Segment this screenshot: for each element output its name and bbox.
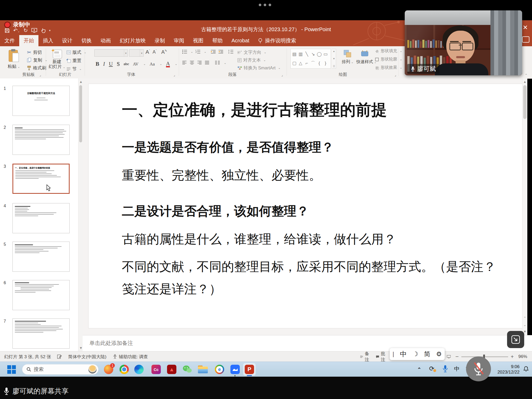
notes-toggle-button[interactable]: 备注 <box>360 351 371 363</box>
slide-thumbnail-3-selected[interactable]: 一、定位准确，是进行古籍整理的前提 <box>12 164 70 194</box>
meeting-corner-button[interactable] <box>507 331 524 348</box>
slide-canvas[interactable]: 一、定位准确，是进行古籍整理的前提 一是选题是否有价值，是否值得整理？ 重要性、… <box>88 84 523 328</box>
brace-left-shape-icon[interactable]: { <box>316 61 322 66</box>
spellcheck-icon[interactable] <box>57 354 62 359</box>
align-center-icon[interactable] <box>190 61 194 65</box>
slide-thumbnail-4[interactable] <box>12 203 70 233</box>
triangle-shape-icon[interactable]: △ <box>297 61 304 66</box>
taskbar-app-firefox[interactable]: 1 <box>103 364 114 375</box>
bullets-icon[interactable] <box>182 49 187 54</box>
tray-mic-icon[interactable] <box>443 365 448 372</box>
meeting-toolbar-dots[interactable] <box>259 4 271 6</box>
line-shape-icon[interactable]: ╲ <box>304 51 310 57</box>
slide-thumbnail-1[interactable]: 古籍整理的若干规范和方法 <box>12 86 70 116</box>
thumbnail-scrollbar[interactable]: ▲ ▼ <box>78 78 83 351</box>
columns-icon[interactable] <box>215 61 220 65</box>
brace-right-shape-icon[interactable]: } <box>322 61 329 66</box>
scrollbar-thumb[interactable] <box>79 85 82 142</box>
justify-icon[interactable] <box>205 61 209 65</box>
increase-indent-icon[interactable] <box>218 49 223 54</box>
slide-line-6[interactable]: 笺注还是详注？） <box>122 281 222 297</box>
taskbar-app-powerpoint-active[interactable]: P <box>243 363 256 376</box>
tab-slideshow[interactable]: 幻灯片放映 <box>115 35 150 46</box>
tab-file[interactable]: 文件 <box>0 35 19 46</box>
start-button[interactable] <box>6 364 17 375</box>
scroll-up-icon[interactable]: ▲ <box>333 50 335 52</box>
tab-design[interactable]: 设计 <box>58 35 77 46</box>
tab-review[interactable]: 审阅 <box>169 35 189 46</box>
format-painter-button[interactable]: 格式刷 <box>27 65 46 71</box>
tray-sync-icon[interactable]: ⟳ <box>429 365 434 372</box>
oval-shape-icon[interactable]: ◯ <box>316 51 322 57</box>
clipboard-dialog-launcher-icon[interactable]: ⌟ <box>39 73 41 77</box>
notes-pane[interactable]: 单击此处添加备注 <box>83 335 532 351</box>
align-text-button[interactable]: 对齐文本⌄ <box>237 57 266 63</box>
shape-fill-button[interactable]: 形状填充⌄ <box>375 48 402 54</box>
smartart-button[interactable]: 转换为 SmartArt⌄ <box>237 65 281 71</box>
tab-help[interactable]: 帮助 <box>208 35 227 46</box>
elbow-shape-icon[interactable]: ⌐ <box>304 61 310 66</box>
tab-acrobat[interactable]: Acrobat <box>227 35 254 46</box>
font-size-combobox[interactable]: ▾ <box>129 49 144 57</box>
ime-halfwidth-moon-icon[interactable]: ☽ <box>413 350 418 358</box>
tab-transitions[interactable]: 切换 <box>77 35 96 46</box>
slide-title[interactable]: 一、定位准确，是进行古籍整理的前提 <box>122 99 387 121</box>
reading-view-icon[interactable] <box>447 355 451 359</box>
shape-outline-button[interactable]: 形状轮廓⌄ <box>375 57 402 62</box>
increase-font-icon[interactable]: Aˆ <box>145 49 150 55</box>
arrange-button[interactable]: 排列⌄ <box>340 49 355 65</box>
ime-settings-gear-icon[interactable]: ⚙ <box>436 350 442 358</box>
slide-thumbnail-5[interactable] <box>12 242 70 272</box>
comments-toggle-button[interactable]: 批注 <box>376 351 387 363</box>
slide-line-2[interactable]: 重要性、完整性、独立性、必要性。 <box>122 167 321 184</box>
tab-animations[interactable]: 动画 <box>96 35 115 46</box>
clear-formatting-icon[interactable]: A✎ <box>161 49 167 55</box>
tell-me-search[interactable]: 操作说明搜索 <box>254 35 301 46</box>
layout-button[interactable]: 版式⌄ <box>66 49 86 55</box>
tab-home[interactable]: 开始 <box>19 35 38 46</box>
taskbar-app-acrobat[interactable]: ⩓ <box>167 364 177 375</box>
slide-line-1[interactable]: 一是选题是否有价值，是否值得整理？ <box>122 139 334 156</box>
tray-clock[interactable]: 9:06 2023/12/22 <box>495 364 520 375</box>
arrow-shape-icon[interactable]: ↘ <box>310 51 316 57</box>
shape-gallery-scroll[interactable]: ▲▼☰ <box>332 49 336 69</box>
ime-simplified[interactable]: 简 <box>424 350 430 358</box>
numbering-icon[interactable] <box>195 49 201 54</box>
tab-record[interactable]: 录制 <box>150 35 169 46</box>
text-direction-button[interactable]: 文字方向⌄ <box>237 49 266 55</box>
taskbar-app-edge[interactable] <box>134 364 144 375</box>
zoom-slider[interactable] <box>461 356 508 357</box>
new-slide-button[interactable]: 新建 幻灯片⌄ <box>48 48 65 70</box>
cut-button[interactable]: ✂ 剪切 <box>27 49 42 55</box>
taskbar-app-file-explorer[interactable] <box>198 364 208 375</box>
taskbar-app-tencent-meeting[interactable] <box>230 364 240 375</box>
font-name-combobox[interactable]: ▾ <box>94 49 128 57</box>
quick-styles-button[interactable]: 快速样式⌄ <box>356 49 373 65</box>
taskbar-search-box[interactable]: 搜索 <box>22 364 98 375</box>
char-spacing-button[interactable]: AV <box>133 62 138 66</box>
reset-button[interactable]: 重置 <box>66 58 81 64</box>
shape-effects-button[interactable]: 形状效果⌄ <box>375 65 402 70</box>
textbox-shape-icon[interactable]: ▤ <box>291 51 297 57</box>
line-spacing-icon[interactable] <box>228 49 234 54</box>
collapse-ribbon-icon[interactable]: ⌃ <box>525 73 528 77</box>
close-window-button[interactable]: ✕ <box>523 24 528 31</box>
tray-show-hidden-icon[interactable]: ⌃ <box>417 367 421 373</box>
rect-shape-icon[interactable]: ▭ <box>322 51 329 57</box>
zoom-out-icon[interactable]: − <box>455 353 459 360</box>
zoom-percent[interactable]: 96% <box>518 354 527 359</box>
previous-slide-icon[interactable]: ⌃ <box>522 316 527 320</box>
slide-thumbnail-7[interactable] <box>12 318 70 349</box>
ime-mode-chinese[interactable]: 中 <box>400 350 407 359</box>
gallery-more-icon[interactable]: ☰ <box>333 65 335 68</box>
scroll-up-icon[interactable]: ▲ <box>522 80 527 84</box>
bold-button[interactable]: B <box>96 61 99 67</box>
taskbar-app-chrome[interactable] <box>119 364 129 375</box>
slide-thumbnail-2[interactable] <box>12 125 70 155</box>
text-shadow-button[interactable]: S <box>117 61 120 67</box>
scrollbar-thumb[interactable] <box>523 85 527 119</box>
mic-muted-indicator[interactable] <box>466 356 491 381</box>
align-right-icon[interactable] <box>197 61 202 65</box>
webcam-video[interactable]: 廖可斌 <box>405 10 522 75</box>
tab-insert[interactable]: 插入 <box>38 35 58 46</box>
